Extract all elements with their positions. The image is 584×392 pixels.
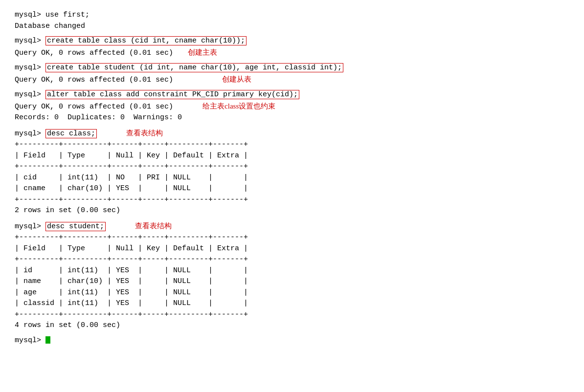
bottom-prompt-text: mysql> <box>15 336 45 345</box>
desc-class-annotation: 查看表结构 <box>126 129 163 137</box>
desc-class-sql-box: desc class; <box>45 129 97 138</box>
create-class-prompt: mysql> <box>15 37 45 45</box>
alter-ok: Query OK, 0 rows affected (0.01 sec) <box>15 103 173 111</box>
create-student-cmd-line: mysql> create table student (id int, nam… <box>15 63 584 74</box>
create-student-prompt: mysql> <box>15 64 45 72</box>
desc-student-sep2: +---------+----------+------+-----+-----… <box>15 254 584 265</box>
use-command-line: mysql> use first; <box>15 10 584 21</box>
create-class-result-line: Query OK, 0 rows affected (0.01 sec)创建主表 <box>15 47 584 59</box>
desc-student-row3: | age | int(11) | YES | | NULL | | <box>15 287 584 299</box>
desc-student-sep3: +---------+----------+------+-----+-----… <box>15 309 584 321</box>
bottom-prompt-line: mysql> <box>15 335 584 347</box>
create-student-block: mysql> create table student (id int, nam… <box>15 63 584 86</box>
alter-sql-box: alter table class add constraint PK_CID … <box>45 90 299 99</box>
alter-annotation: 给主表class设置也约束 <box>202 102 275 110</box>
desc-student-annotation: 查看表结构 <box>135 222 172 230</box>
desc-student-sql-box: desc student; <box>45 222 106 231</box>
create-class-cmd-line: mysql> create table class (cid int, cnam… <box>15 36 584 47</box>
desc-student-prompt: mysql> <box>15 222 45 231</box>
desc-class-sep1: +---------+----------+------+-----+-----… <box>15 139 584 151</box>
desc-student-row2: | name | char(10) | YES | | NULL | | <box>15 276 584 287</box>
desc-class-sep2: +---------+----------+------+-----+-----… <box>15 161 584 173</box>
alter-ok-line: Query OK, 0 rows affected (0.01 sec)给主表c… <box>15 101 584 113</box>
create-class-block: mysql> create table class (cid int, cnam… <box>15 36 584 59</box>
desc-student-row1: | id | int(11) | YES | | NULL | | <box>15 265 584 277</box>
create-class-ok: Query OK, 0 rows affected (0.01 sec) <box>15 49 173 57</box>
create-student-ok: Query OK, 0 rows affected (0.01 sec) <box>15 76 173 84</box>
desc-class-row2: | cname | char(10) | YES | | NULL | | <box>15 183 584 195</box>
create-class-sql-box: create table class (cid int, cname char(… <box>45 36 247 45</box>
desc-student-block: mysql> desc student;查看表结构 +---------+---… <box>15 220 584 331</box>
desc-class-row1: | cid | int(11) | NO | PRI | NULL | | <box>15 173 584 184</box>
create-student-annotation: 创建从表 <box>222 75 251 83</box>
create-student-result-line: Query OK, 0 rows affected (0.01 sec)创建从表 <box>15 74 584 86</box>
create-class-annotation: 创建主表 <box>188 48 217 56</box>
desc-class-header: | Field | Type | Null | Key | Default | … <box>15 151 584 162</box>
desc-class-block: mysql> desc class;查看表结构 +---------+-----… <box>15 128 584 217</box>
desc-student-sep1: +---------+----------+------+-----+-----… <box>15 232 584 243</box>
alter-prompt: mysql> <box>15 90 45 99</box>
cursor-block <box>45 336 50 344</box>
desc-student-result: 4 rows in set (0.00 sec) <box>15 320 584 331</box>
alter-records-line: Records: 0 Duplicates: 0 Warnings: 0 <box>15 112 584 124</box>
desc-student-cmd-line: mysql> desc student;查看表结构 <box>15 220 584 233</box>
alter-cmd-line: mysql> alter table class add constraint … <box>15 89 584 101</box>
desc-student-row4: | classid | int(11) | YES | | NULL | | <box>15 298 584 309</box>
desc-class-result: 2 rows in set (0.00 sec) <box>15 205 584 217</box>
desc-class-sep3: +---------+----------+------+-----+-----… <box>15 195 584 206</box>
desc-student-header: | Field | Type | Null | Key | Default | … <box>15 243 584 255</box>
alter-class-block: mysql> alter table class add constraint … <box>15 89 584 124</box>
use-command-block: mysql> use first; Database changed <box>15 10 584 32</box>
db-changed-line: Database changed <box>15 21 584 32</box>
desc-class-cmd-line: mysql> desc class;查看表结构 <box>15 128 584 140</box>
desc-class-prompt: mysql> <box>15 130 45 138</box>
terminal-window: mysql> use first; Database changed mysql… <box>7 5 584 392</box>
create-student-sql-box: create table student (id int, name char(… <box>45 63 343 72</box>
